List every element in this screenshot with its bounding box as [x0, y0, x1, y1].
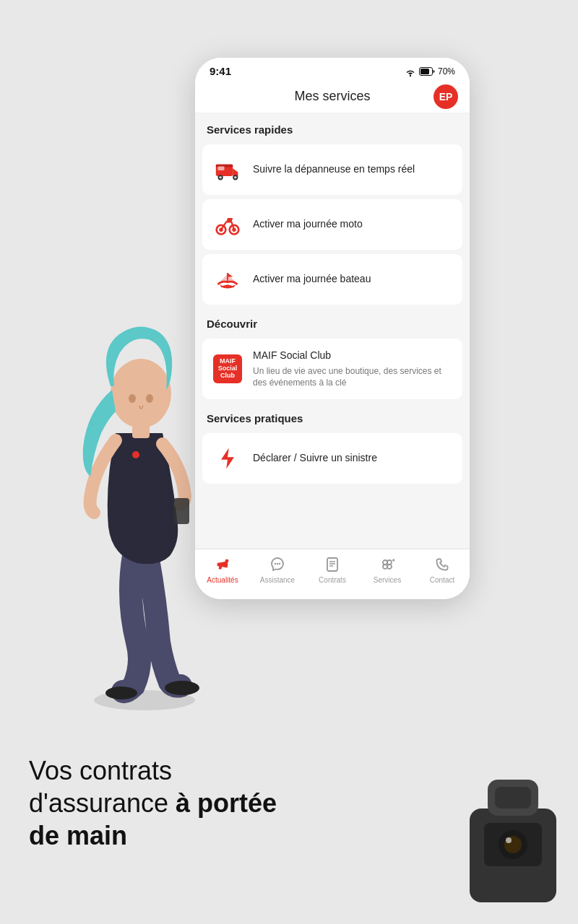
- service-depanneuse-title: Suivre la dépanneuse en temps réel: [253, 162, 452, 177]
- illustration-woman: [29, 274, 210, 722]
- battery-percent: 70%: [438, 66, 455, 77]
- svg-point-7: [146, 394, 153, 403]
- svg-point-29: [277, 563, 278, 565]
- wifi-icon: [405, 66, 416, 77]
- service-moto-text: Activer ma journée moto: [253, 217, 452, 232]
- service-moto-title: Activer ma journée moto: [253, 217, 452, 232]
- contrats-icon: [323, 555, 342, 574]
- nav-services[interactable]: Services: [360, 555, 415, 584]
- svg-point-37: [383, 565, 387, 569]
- service-sinistre-title: Déclarer / Suivre un sinistre: [253, 451, 452, 466]
- status-icons: 70%: [405, 66, 455, 77]
- bottom-tagline: Vos contrats d'assurance à portée de mai…: [29, 754, 419, 852]
- user-avatar[interactable]: EP: [434, 84, 458, 109]
- moto-icon: [212, 209, 243, 240]
- service-moto[interactable]: Activer ma journée moto: [202, 199, 462, 250]
- svg-rect-18: [218, 167, 225, 170]
- maif-logo-icon: MAIFSocialClub: [212, 354, 243, 384]
- nav-actualites-label: Actualités: [207, 576, 238, 584]
- status-bar: 9:41 70%: [195, 58, 470, 82]
- svg-point-27: [225, 559, 228, 562]
- svg-point-21: [219, 228, 223, 232]
- section-label-services-pratiques: Services pratiques: [195, 402, 470, 430]
- services-icon: [378, 555, 397, 574]
- svg-point-17: [234, 176, 237, 179]
- nav-contact-label: Contact: [430, 576, 454, 584]
- svg-point-4: [111, 359, 171, 428]
- service-bateau[interactable]: Activer ma journée bateau: [202, 254, 462, 305]
- service-depanneuse-text: Suivre la dépanneuse en temps réel: [253, 162, 452, 177]
- svg-marker-24: [228, 273, 233, 276]
- svg-point-9: [410, 74, 411, 76]
- svg-point-35: [383, 560, 387, 565]
- svg-rect-3: [173, 498, 189, 524]
- tagline-line3: de main: [29, 819, 419, 852]
- truck-icon: [212, 154, 243, 185]
- svg-point-38: [387, 565, 392, 569]
- service-maif-title: MAIF Social Club: [253, 349, 452, 363]
- service-sinistre-text: Déclarer / Suivre un sinistre: [253, 451, 452, 466]
- boat-icon: [212, 264, 243, 295]
- nav-assistance-label: Assistance: [260, 576, 295, 584]
- svg-point-22: [232, 228, 236, 232]
- svg-point-6: [129, 394, 136, 403]
- phone-content: Services rapides Suivre la dépanneuse en…: [195, 113, 470, 565]
- nav-actualites[interactable]: Actualités: [195, 555, 250, 584]
- nav-assistance[interactable]: Assistance: [250, 555, 305, 584]
- tagline-line2: d'assurance à portée: [29, 787, 419, 819]
- service-maif-social-club[interactable]: MAIFSocialClub MAIF Social Club Un lieu …: [202, 339, 462, 399]
- nav-contrats-label: Contrats: [319, 576, 346, 584]
- svg-rect-5: [132, 422, 150, 438]
- svg-point-1: [105, 687, 137, 699]
- service-depanneuse[interactable]: Suivre la dépanneuse en temps réel: [202, 144, 462, 195]
- nav-services-label: Services: [374, 576, 401, 584]
- service-sinistre[interactable]: Déclarer / Suivre un sinistre: [202, 433, 462, 484]
- tagline-line2-normal: d'assurance: [29, 788, 176, 818]
- svg-point-36: [387, 560, 392, 565]
- svg-point-28: [275, 563, 276, 565]
- service-bateau-title: Activer ma journée bateau: [253, 272, 452, 287]
- battery-icon: [419, 67, 435, 76]
- nav-contrats[interactable]: Contrats: [305, 555, 360, 584]
- section-label-services-rapides: Services rapides: [195, 113, 470, 141]
- svg-marker-25: [221, 448, 234, 469]
- decorative-robot: [448, 765, 578, 924]
- phone-frame: 9:41 70% Mes services EP Services rapide…: [195, 58, 470, 599]
- contact-icon: [433, 555, 452, 574]
- tagline-line2-bold: à portée: [176, 788, 277, 818]
- svg-point-8: [132, 451, 139, 458]
- section-label-decouvrir: Découvrir: [195, 308, 470, 336]
- tagline-line1: Vos contrats: [29, 754, 419, 787]
- lightning-icon: [212, 443, 243, 474]
- nav-contact[interactable]: Contact: [415, 555, 470, 584]
- bottom-nav: Actualités Assistance: [195, 549, 470, 599]
- svg-rect-46: [495, 787, 531, 808]
- status-time: 9:41: [210, 65, 231, 77]
- svg-point-44: [506, 837, 512, 843]
- service-maif-text: MAIF Social Club Un lieu de vie avec une…: [253, 349, 452, 389]
- assistance-icon: [268, 555, 287, 574]
- app-header: Mes services EP: [195, 82, 470, 113]
- service-maif-subtitle: Un lieu de vie avec une boutique, des se…: [253, 365, 452, 390]
- svg-rect-11: [420, 69, 429, 74]
- svg-point-2: [165, 681, 199, 695]
- svg-point-15: [219, 176, 222, 179]
- service-bateau-text: Activer ma journée bateau: [253, 272, 452, 287]
- svg-rect-26: [217, 563, 220, 566]
- actualites-icon: [213, 555, 232, 574]
- app-header-title: Mes services: [294, 89, 370, 104]
- svg-rect-31: [327, 558, 337, 571]
- svg-point-30: [279, 563, 280, 565]
